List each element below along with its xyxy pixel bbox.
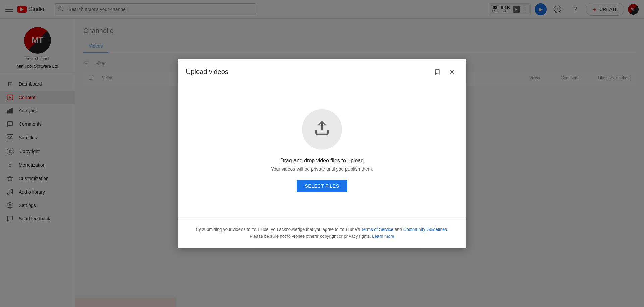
- modal-body: Drag and drop video files to upload Your…: [178, 83, 466, 217]
- modal-bookmark-button[interactable]: [431, 66, 443, 78]
- learn-more-link[interactable]: Learn more: [372, 234, 394, 239]
- footer-prefix: By submitting your videos to YouTube, yo…: [196, 226, 361, 232]
- modal-header: Upload videos: [178, 59, 466, 83]
- community-guidelines-link[interactable]: Community Guidelines: [403, 226, 447, 232]
- tos-link[interactable]: Terms of Service: [361, 226, 393, 232]
- private-notice: Your videos will be private until you pu…: [271, 166, 373, 171]
- footer-line1: By submitting your videos to YouTube, yo…: [186, 226, 458, 233]
- footer-suffix: .: [447, 226, 448, 232]
- drag-drop-text: Drag and drop video files to upload: [280, 157, 364, 163]
- upload-modal: Upload videos Drag: [178, 59, 466, 248]
- modal-footer: By submitting your videos to YouTube, yo…: [178, 217, 466, 248]
- footer-line2-prefix: Please be sure not to violate others' co…: [250, 234, 372, 239]
- footer-line2: Please be sure not to violate others' co…: [186, 233, 458, 240]
- modal-close-button[interactable]: [446, 66, 458, 78]
- modal-title: Upload videos: [186, 68, 228, 76]
- footer-and: and: [393, 226, 403, 232]
- modal-header-actions: [431, 66, 458, 78]
- upload-arrow-icon: [314, 120, 330, 139]
- select-files-button[interactable]: SELECT FILES: [297, 180, 347, 192]
- upload-circle: [302, 109, 342, 149]
